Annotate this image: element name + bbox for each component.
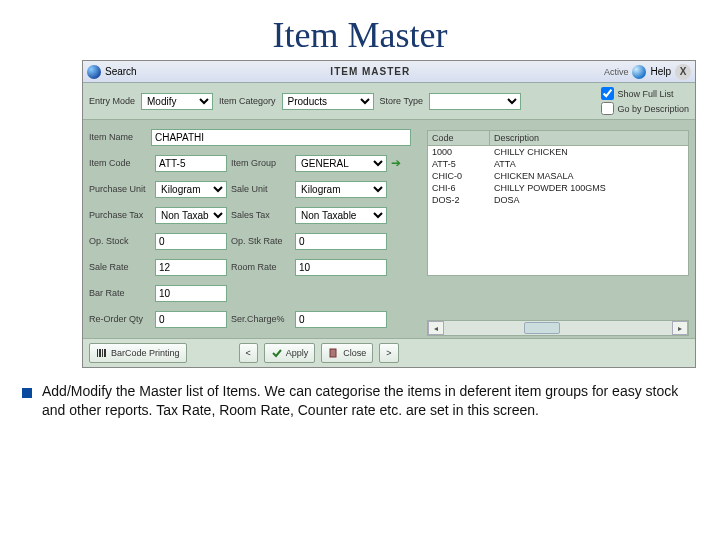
sale-unit-label: Sale Unit	[231, 184, 291, 194]
close-button[interactable]: X	[675, 64, 691, 80]
show-full-list-check[interactable]: Show Full List	[601, 87, 689, 100]
help-icon[interactable]	[632, 65, 646, 79]
bar-rate-input[interactable]	[155, 285, 227, 302]
item-code-input[interactable]	[155, 155, 227, 172]
add-group-icon[interactable]: ➔	[391, 156, 401, 170]
item-code-label: Item Code	[89, 158, 151, 168]
op-stk-rate-input[interactable]	[295, 233, 387, 250]
store-type-select[interactable]	[429, 93, 521, 110]
slide-caption: Add/Modify the Master list of Items. We …	[0, 368, 720, 420]
search-button[interactable]: Search	[87, 65, 137, 79]
item-group-select[interactable]: GENERAL	[295, 155, 387, 172]
op-stock-input[interactable]	[155, 233, 227, 250]
bar-rate-label: Bar Rate	[89, 288, 151, 298]
op-stk-rate-label: Op. Stk Rate	[231, 236, 291, 246]
scroll-right-icon[interactable]: ▸	[672, 321, 688, 335]
store-type-label: Store Type	[380, 96, 423, 106]
op-stock-label: Op. Stock	[89, 236, 151, 246]
col-code: Code	[428, 131, 490, 145]
table-row: DOS-2DOSA	[428, 194, 688, 206]
reorder-qty-label: Re-Order Qty	[89, 314, 151, 324]
purchase-unit-select[interactable]: Kilogram	[155, 181, 227, 198]
item-group-label: Item Group	[231, 158, 291, 168]
purchase-tax-label: Purchase Tax	[89, 210, 151, 220]
entry-mode-select[interactable]: Modify	[141, 93, 213, 110]
search-label: Search	[105, 66, 137, 77]
sales-tax-select[interactable]: Non Taxable	[295, 207, 387, 224]
barcode-icon	[96, 347, 108, 359]
slide-title: Item Master	[0, 0, 720, 60]
table-row: 1000CHILLY CHICKEN	[428, 146, 688, 158]
horizontal-scrollbar[interactable]: ◂ ▸	[427, 320, 689, 336]
purchase-unit-label: Purchase Unit	[89, 184, 151, 194]
bullet-icon	[22, 388, 32, 398]
item-name-label: Item Name	[89, 132, 151, 142]
search-icon	[87, 65, 101, 79]
item-category-select[interactable]: Products	[282, 93, 374, 110]
scroll-left-icon[interactable]: ◂	[428, 321, 444, 335]
svg-rect-1	[99, 349, 101, 357]
scroll-thumb[interactable]	[524, 322, 560, 334]
titlebar: Search ITEM MASTER Active Help X	[83, 61, 695, 83]
check-icon	[271, 347, 283, 359]
item-grid[interactable]: 1000CHILLY CHICKEN ATT-5ATTA CHIC-0CHICK…	[427, 146, 689, 276]
ser-charge-label: Ser.Charge%	[231, 314, 291, 324]
table-row: CHIC-0CHICKEN MASALA	[428, 170, 688, 182]
purchase-tax-select[interactable]: Non Taxable	[155, 207, 227, 224]
sale-rate-input[interactable]	[155, 259, 227, 276]
table-row: CHI-6CHILLY POWDER 100GMS	[428, 182, 688, 194]
door-icon	[328, 347, 340, 359]
checkboxes: Show Full List Go by Description	[601, 87, 689, 115]
ser-charge-input[interactable]	[295, 311, 387, 328]
form-panel: Item Name Item Code Item Group GENERAL ➔…	[83, 120, 423, 338]
sales-tax-label: Sales Tax	[231, 210, 291, 220]
grid-header: Code Description	[427, 130, 689, 146]
side-panel: Code Description 1000CHILLY CHICKEN ATT-…	[423, 120, 695, 338]
close-form-button[interactable]: Close	[321, 343, 373, 363]
window-title: ITEM MASTER	[330, 66, 410, 77]
button-bar: BarCode Printing < Apply Close >	[83, 338, 695, 367]
app-window: Search ITEM MASTER Active Help X Entry M…	[82, 60, 696, 368]
col-desc: Description	[490, 131, 688, 145]
barcode-printing-button[interactable]: BarCode Printing	[89, 343, 187, 363]
room-rate-input[interactable]	[295, 259, 387, 276]
entry-mode-label: Entry Mode	[89, 96, 135, 106]
svg-rect-4	[330, 349, 336, 357]
table-row: ATT-5ATTA	[428, 158, 688, 170]
help-label: Help	[650, 66, 671, 77]
item-name-input[interactable]	[151, 129, 411, 146]
item-category-label: Item Category	[219, 96, 276, 106]
active-label: Active	[604, 67, 629, 77]
next-button[interactable]: >	[379, 343, 398, 363]
svg-rect-2	[102, 349, 103, 357]
reorder-qty-input[interactable]	[155, 311, 227, 328]
svg-rect-0	[97, 349, 98, 357]
apply-button[interactable]: Apply	[264, 343, 316, 363]
svg-rect-3	[104, 349, 106, 357]
prev-button[interactable]: <	[239, 343, 258, 363]
caption-text: Add/Modify the Master list of Items. We …	[42, 382, 680, 420]
sale-unit-select[interactable]: Kilogram	[295, 181, 387, 198]
filter-row: Entry Mode Modify Item Category Products…	[83, 83, 695, 120]
room-rate-label: Room Rate	[231, 262, 291, 272]
sale-rate-label: Sale Rate	[89, 262, 151, 272]
go-by-description-check[interactable]: Go by Description	[601, 102, 689, 115]
